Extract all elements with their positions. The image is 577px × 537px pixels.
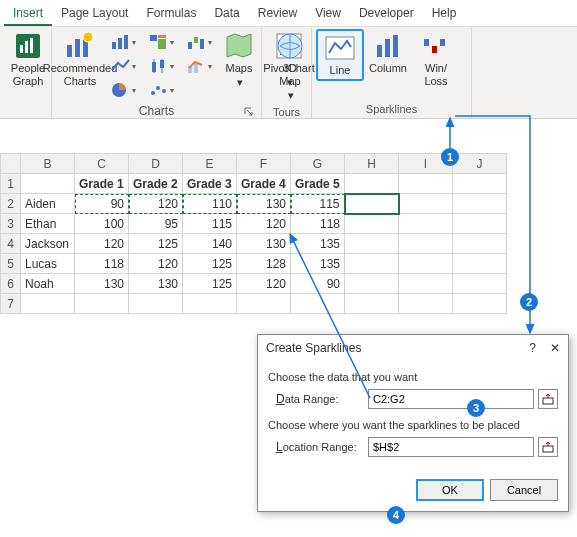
- cell[interactable]: Noah: [21, 274, 75, 294]
- cell[interactable]: Jackson: [21, 234, 75, 254]
- cell[interactable]: 95: [129, 214, 183, 234]
- tab-help[interactable]: Help: [423, 2, 466, 26]
- cell[interactable]: 135: [291, 234, 345, 254]
- svg-rect-1: [20, 45, 23, 53]
- cell[interactable]: 128: [237, 254, 291, 274]
- group-label-sparklines: Sparklines: [316, 102, 467, 116]
- charts-dialog-launcher-icon[interactable]: [243, 106, 255, 118]
- tab-formulas[interactable]: Formulas: [137, 2, 205, 26]
- close-button[interactable]: ✕: [550, 341, 560, 355]
- svg-rect-26: [194, 63, 198, 73]
- ok-button[interactable]: OK: [416, 479, 484, 501]
- cell[interactable]: 90: [291, 274, 345, 294]
- callout-4: 4: [387, 506, 405, 524]
- row-header[interactable]: 2: [1, 194, 21, 214]
- col-header[interactable]: E: [183, 154, 237, 174]
- cell[interactable]: 120: [129, 254, 183, 274]
- ref-select-button[interactable]: [538, 389, 558, 409]
- cell[interactable]: 115: [291, 194, 345, 214]
- cell[interactable]: Lucas: [21, 254, 75, 274]
- tab-data[interactable]: Data: [205, 2, 248, 26]
- location-range-input[interactable]: [368, 437, 534, 457]
- tab-developer[interactable]: Developer: [350, 2, 423, 26]
- waterfall-chart-button[interactable]: ▾: [182, 31, 216, 53]
- cell[interactable]: 130: [237, 194, 291, 214]
- maps-button[interactable]: Maps▾: [218, 29, 260, 91]
- selected-cell[interactable]: [345, 194, 399, 214]
- row-header[interactable]: 3: [1, 214, 21, 234]
- col-header[interactable]: B: [21, 154, 75, 174]
- tab-review[interactable]: Review: [249, 2, 306, 26]
- svg-rect-35: [393, 35, 398, 57]
- sparkline-line-icon: [325, 33, 355, 63]
- svg-rect-40: [543, 446, 553, 452]
- cell[interactable]: 120: [129, 194, 183, 214]
- col-header[interactable]: C: [75, 154, 129, 174]
- cell[interactable]: Grade 5: [291, 174, 345, 194]
- row-header[interactable]: 7: [1, 294, 21, 314]
- tab-page-layout[interactable]: Page Layout: [52, 2, 137, 26]
- cell[interactable]: 110: [183, 194, 237, 214]
- cell[interactable]: 90: [75, 194, 129, 214]
- cell[interactable]: 130: [129, 274, 183, 294]
- row-header[interactable]: 4: [1, 234, 21, 254]
- hierarchy-chart-button[interactable]: ▾: [144, 31, 178, 53]
- col-header[interactable]: H: [345, 154, 399, 174]
- cell[interactable]: Grade 3: [183, 174, 237, 194]
- col-header[interactable]: G: [291, 154, 345, 174]
- svg-rect-38: [440, 39, 445, 46]
- ref-select-button[interactable]: [538, 437, 558, 457]
- cell[interactable]: 120: [237, 274, 291, 294]
- statistic-chart-button[interactable]: ▾: [144, 55, 178, 77]
- cell[interactable]: Grade 1: [75, 174, 129, 194]
- recommended-charts-icon: [65, 31, 95, 61]
- cell[interactable]: Grade 2: [129, 174, 183, 194]
- recommended-charts-button[interactable]: Recommended Charts: [56, 29, 104, 90]
- row-header[interactable]: 1: [1, 174, 21, 194]
- grid[interactable]: B C D E F G H I J 1 Grade 1 Grade 2 Grad…: [0, 153, 507, 314]
- cell[interactable]: 120: [237, 214, 291, 234]
- cell[interactable]: Aiden: [21, 194, 75, 214]
- cell[interactable]: 140: [183, 234, 237, 254]
- bar-chart-button[interactable]: ▾: [106, 31, 140, 53]
- cell[interactable]: 135: [291, 254, 345, 274]
- cell[interactable]: 118: [75, 254, 129, 274]
- cell[interactable]: 130: [75, 274, 129, 294]
- tab-view[interactable]: View: [306, 2, 350, 26]
- line-chart-button[interactable]: ▾: [106, 55, 140, 77]
- cell[interactable]: 100: [75, 214, 129, 234]
- sparkline-column-button[interactable]: Column: [364, 29, 412, 77]
- globe-icon: [275, 31, 305, 61]
- cell[interactable]: 115: [183, 214, 237, 234]
- sparkline-winloss-button[interactable]: Win/ Loss: [412, 29, 460, 90]
- svg-rect-2: [25, 41, 28, 53]
- scatter-chart-button[interactable]: ▾: [144, 79, 178, 101]
- cell[interactable]: 125: [183, 254, 237, 274]
- cell[interactable]: 125: [129, 234, 183, 254]
- 3d-map-button[interactable]: 3D Map▾: [266, 29, 314, 105]
- corner-cell[interactable]: [1, 154, 21, 174]
- data-range-input[interactable]: [368, 389, 534, 409]
- ribbon-tabs: Insert Page Layout Formulas Data Review …: [0, 0, 577, 27]
- col-header[interactable]: J: [453, 154, 507, 174]
- pie-chart-button[interactable]: ▾: [106, 79, 140, 101]
- cell[interactable]: 118: [291, 214, 345, 234]
- statistic-chart-icon: [149, 58, 169, 74]
- row-header[interactable]: 5: [1, 254, 21, 274]
- svg-rect-8: [112, 42, 116, 49]
- cancel-button[interactable]: Cancel: [490, 479, 558, 501]
- combo-chart-button[interactable]: ▾: [182, 55, 216, 77]
- col-header[interactable]: F: [237, 154, 291, 174]
- svg-rect-14: [158, 39, 166, 49]
- col-header[interactable]: D: [129, 154, 183, 174]
- help-button[interactable]: ?: [529, 341, 536, 355]
- cell[interactable]: Ethan: [21, 214, 75, 234]
- sparkline-line-button[interactable]: Line: [316, 29, 364, 81]
- cell[interactable]: 130: [237, 234, 291, 254]
- group-label-charts: Charts: [139, 104, 174, 118]
- cell[interactable]: Grade 4: [237, 174, 291, 194]
- tab-insert[interactable]: Insert: [4, 2, 52, 26]
- cell[interactable]: 120: [75, 234, 129, 254]
- cell[interactable]: 125: [183, 274, 237, 294]
- row-header[interactable]: 6: [1, 274, 21, 294]
